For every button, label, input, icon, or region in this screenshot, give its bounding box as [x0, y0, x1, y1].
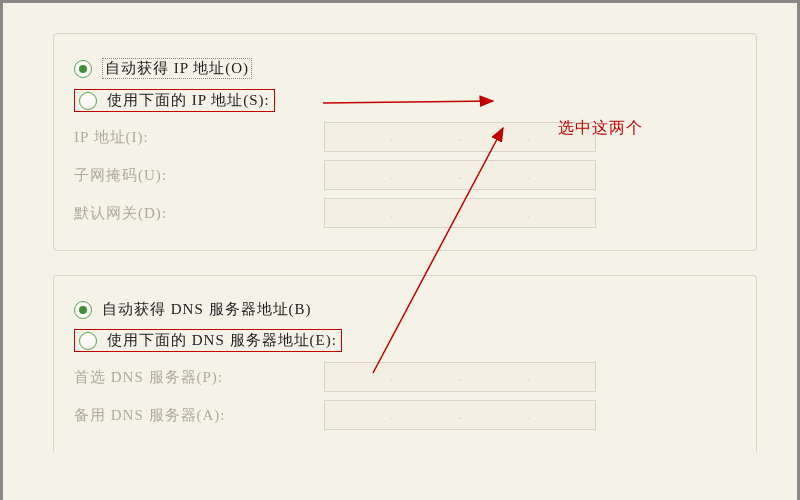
pref-dns-row: 首选 DNS 服务器(P): ...: [74, 362, 736, 392]
gateway-input[interactable]: ...: [324, 198, 596, 228]
ip-auto-radio-row[interactable]: 自动获得 IP 地址(O): [74, 58, 736, 79]
ip-auto-label: 自动获得 IP 地址(O): [102, 58, 252, 79]
dns-manual-radio-row[interactable]: 使用下面的 DNS 服务器地址(E):: [74, 329, 736, 352]
gateway-row: 默认网关(D): ...: [74, 198, 736, 228]
radio-icon-unchecked: [79, 92, 97, 110]
pref-dns-input[interactable]: ...: [324, 362, 596, 392]
pref-dns-label: 首选 DNS 服务器(P):: [74, 368, 324, 387]
dns-auto-label: 自动获得 DNS 服务器地址(B): [102, 300, 312, 319]
alt-dns-input[interactable]: ...: [324, 400, 596, 430]
alt-dns-label: 备用 DNS 服务器(A):: [74, 406, 324, 425]
annotation-text: 选中这两个: [558, 118, 643, 139]
subnet-mask-label: 子网掩码(U):: [74, 166, 324, 185]
gateway-label: 默认网关(D):: [74, 204, 324, 223]
subnet-mask-row: 子网掩码(U): ...: [74, 160, 736, 190]
ip-manual-label: 使用下面的 IP 地址(S):: [107, 91, 270, 110]
radio-icon-checked: [74, 301, 92, 319]
dns-manual-label: 使用下面的 DNS 服务器地址(E):: [107, 331, 337, 350]
dns-auto-radio-row[interactable]: 自动获得 DNS 服务器地址(B): [74, 300, 736, 319]
radio-icon-unchecked: [79, 332, 97, 350]
alt-dns-row: 备用 DNS 服务器(A): ...: [74, 400, 736, 430]
subnet-mask-input[interactable]: ...: [324, 160, 596, 190]
ip-manual-radio-row[interactable]: 使用下面的 IP 地址(S):: [74, 89, 736, 112]
dns-group: 自动获得 DNS 服务器地址(B) 使用下面的 DNS 服务器地址(E): 首选…: [53, 275, 757, 452]
dialog-frame: 自动获得 IP 地址(O) 使用下面的 IP 地址(S): IP 地址(I): …: [0, 0, 800, 500]
radio-icon-checked: [74, 60, 92, 78]
red-highlight-box: 使用下面的 DNS 服务器地址(E):: [74, 329, 342, 352]
ip-group: 自动获得 IP 地址(O) 使用下面的 IP 地址(S): IP 地址(I): …: [53, 33, 757, 251]
red-highlight-box: 使用下面的 IP 地址(S):: [74, 89, 275, 112]
ip-address-input[interactable]: ...: [324, 122, 596, 152]
ip-address-label: IP 地址(I):: [74, 128, 324, 147]
